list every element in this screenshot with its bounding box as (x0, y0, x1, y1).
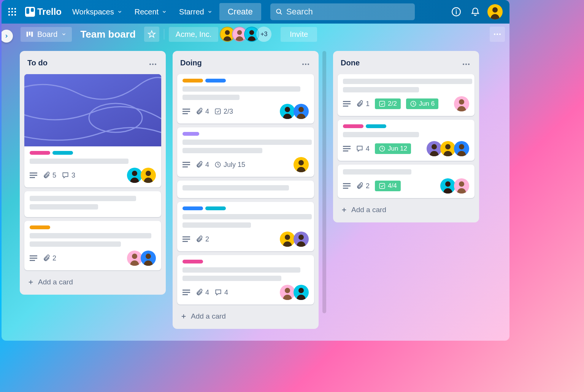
card[interactable]: 2 (24, 221, 161, 270)
svg-rect-16 (456, 11, 457, 14)
card-title-placeholder (30, 196, 136, 201)
card[interactable]: 42/3 (177, 74, 314, 124)
card[interactable]: 2 (177, 202, 314, 251)
svg-rect-11 (31, 8, 34, 12)
notifications-button[interactable] (468, 5, 482, 19)
list-title[interactable]: Doing (180, 59, 202, 67)
user-avatar[interactable] (487, 4, 503, 19)
svg-rect-3 (8, 11, 10, 13)
list-title[interactable]: To do (27, 59, 48, 67)
board-members: +3 (223, 27, 271, 42)
workspace-name[interactable]: Acme, Inc. (169, 27, 218, 42)
card-label (52, 151, 73, 155)
scrollbar[interactable] (322, 51, 326, 313)
add-card-button[interactable]: Add a card (338, 202, 474, 218)
trello-logo[interactable]: Trello (21, 6, 65, 17)
svg-point-22 (237, 30, 242, 35)
attachments-badge: 4 (195, 108, 209, 116)
star-board-button[interactable] (144, 27, 159, 42)
invite-button[interactable]: Invite (281, 27, 317, 42)
card[interactable]: 4Jun 12 (338, 120, 474, 161)
member-avatar[interactable] (280, 104, 295, 119)
svg-line-13 (280, 13, 282, 14)
member-avatar[interactable] (294, 157, 309, 172)
member-avatar[interactable] (280, 285, 295, 300)
svg-rect-0 (8, 8, 10, 10)
card[interactable]: 53 (24, 74, 161, 187)
svg-point-35 (132, 171, 137, 176)
expand-sidebar-button[interactable] (2, 30, 13, 43)
card-members (295, 157, 309, 172)
list-menu-button[interactable] (461, 57, 471, 69)
search-container[interactable] (270, 3, 415, 20)
description-icon (182, 289, 190, 295)
card[interactable]: 24/4 (338, 165, 474, 198)
card-title-placeholder (182, 86, 300, 92)
card-badges: 12/2Jun 6 (343, 98, 438, 109)
member-avatar[interactable] (127, 168, 142, 183)
card-label (205, 206, 226, 210)
card[interactable]: 4July 15 (177, 127, 314, 177)
svg-point-36 (146, 171, 151, 176)
list-title[interactable]: Done (341, 59, 360, 67)
member-avatar[interactable] (427, 141, 442, 156)
workspaces-dropdown[interactable]: Workspaces (67, 5, 128, 19)
more-members-button[interactable]: +3 (256, 27, 271, 42)
svg-point-12 (276, 9, 281, 13)
board-menu-button[interactable] (490, 27, 505, 42)
card-members (129, 168, 156, 183)
card[interactable] (177, 181, 314, 198)
svg-rect-18 (27, 32, 28, 37)
member-avatar[interactable] (294, 285, 309, 300)
bell-icon (470, 7, 480, 17)
member-avatar[interactable] (280, 232, 295, 247)
info-button[interactable] (449, 5, 463, 19)
description-icon (182, 162, 190, 168)
attachments-badge: 2 (43, 254, 56, 262)
svg-rect-8 (14, 14, 16, 16)
member-avatar[interactable] (454, 178, 469, 194)
create-button[interactable]: Create (219, 3, 261, 21)
member-avatar[interactable] (294, 232, 309, 247)
list-menu-button[interactable] (300, 57, 311, 69)
card[interactable] (24, 191, 161, 217)
list-menu-button[interactable] (148, 57, 158, 69)
recent-dropdown[interactable]: Recent (129, 5, 172, 19)
svg-point-29 (155, 63, 156, 65)
board-title[interactable]: Team board (76, 29, 139, 40)
card-members (129, 251, 156, 266)
card[interactable]: 12/2Jun 6 (338, 74, 474, 116)
member-avatar[interactable] (141, 251, 156, 266)
member-avatar[interactable] (454, 141, 469, 156)
svg-rect-7 (11, 14, 13, 16)
list: Done 12/2Jun 64Jun 1224/4 Add a card (333, 51, 479, 222)
comments-badge: 3 (62, 171, 75, 179)
member-avatar[interactable] (440, 178, 455, 194)
member-avatar[interactable] (127, 251, 142, 266)
card-label (182, 260, 203, 263)
svg-rect-1 (11, 8, 13, 10)
starred-dropdown[interactable]: Starred (174, 5, 218, 19)
apps-grid-icon (8, 8, 16, 16)
chevron-right-icon (4, 33, 9, 39)
description-icon (343, 146, 351, 152)
card-cover-image (24, 74, 161, 146)
card-title-placeholder (182, 185, 289, 190)
add-card-button[interactable]: Add a card (177, 308, 314, 324)
member-avatar[interactable] (440, 141, 455, 156)
card[interactable]: 44 (177, 255, 314, 305)
description-icon (343, 183, 351, 189)
search-input[interactable] (286, 7, 409, 17)
apps-menu-button[interactable] (5, 4, 20, 19)
member-avatar[interactable] (141, 168, 156, 183)
member-avatar[interactable] (454, 96, 469, 111)
svg-point-83 (432, 144, 437, 149)
add-card-button[interactable]: Add a card (24, 274, 161, 290)
member-avatar[interactable] (294, 104, 309, 119)
card-badges: 2 (182, 235, 209, 243)
svg-point-90 (445, 181, 451, 187)
board-view-switcher[interactable]: Board (21, 27, 72, 42)
card-label (182, 79, 203, 83)
chevron-down-icon (61, 32, 67, 37)
info-icon (451, 7, 461, 17)
